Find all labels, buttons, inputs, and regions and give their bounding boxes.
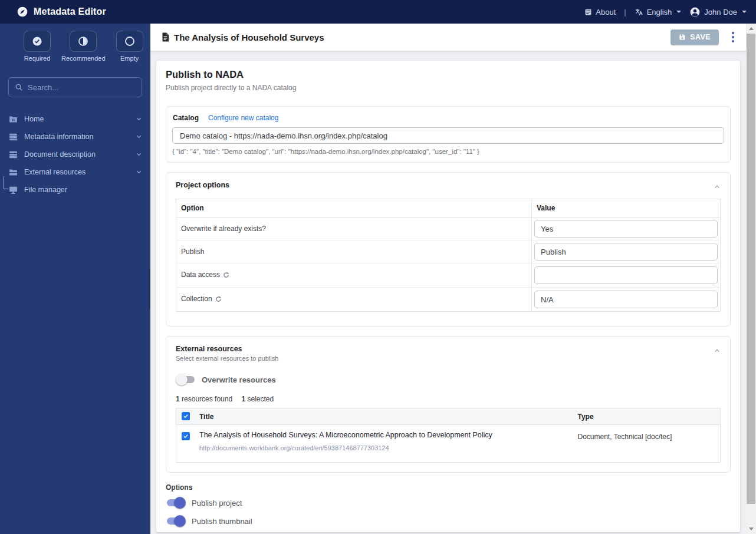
filter-recommended-button[interactable] xyxy=(70,31,97,52)
language-caret-icon xyxy=(676,11,681,13)
search-input[interactable] xyxy=(28,83,136,92)
overwrite-resources-label: Overwrite resources xyxy=(202,375,276,384)
monitor-icon xyxy=(8,185,18,195)
chevron-down-icon xyxy=(136,167,142,177)
topbar-separator: | xyxy=(624,8,626,17)
page-title: Publish to NADA xyxy=(166,69,731,80)
catalog-card: Catalog Configure new catalog { "id": "4… xyxy=(166,106,731,163)
user-label: John Doe xyxy=(704,8,737,17)
project-title: The Analysis of Household Surveys xyxy=(174,32,324,42)
sidebar-item-file-manager[interactable]: File manager xyxy=(0,181,150,199)
publish-project-toggle[interactable] xyxy=(166,497,186,509)
overwrite-exists-input[interactable] xyxy=(534,220,718,238)
chevron-down-icon xyxy=(136,114,142,124)
refresh-icon[interactable] xyxy=(215,296,222,304)
option-label: Collection xyxy=(176,288,532,312)
sidebar-item-home[interactable]: Home xyxy=(0,110,150,128)
table-row: Overwrite if already exists? xyxy=(176,217,721,240)
filter-required-label: Required xyxy=(24,55,51,62)
folder-grid-icon xyxy=(8,114,18,124)
document-icon xyxy=(161,32,170,42)
project-header: The Analysis of Household Surveys SAVE xyxy=(150,24,746,51)
configure-new-catalog-link[interactable]: Configure new catalog xyxy=(208,114,278,122)
collapse-chevron-up-icon[interactable] xyxy=(714,182,721,193)
sidebar-item-document-description[interactable]: Document description xyxy=(0,146,150,163)
completeness-filters: Required Recommended Empty xyxy=(0,24,150,62)
collapse-chevron-up-icon[interactable] xyxy=(714,346,721,357)
check-circle-icon xyxy=(31,35,43,47)
resources-table: Title Type The Analysis of Household Sur… xyxy=(176,408,721,463)
sidebar-item-label: Home xyxy=(24,115,44,123)
option-label: Publish xyxy=(176,240,532,263)
search-icon xyxy=(15,83,23,91)
about-menu[interactable]: About xyxy=(584,8,616,17)
catalog-select-input[interactable] xyxy=(172,127,724,144)
user-avatar-icon xyxy=(689,6,701,18)
save-button-label: SAVE xyxy=(690,33,711,41)
resource-title: The Analysis of Household Surveys: A Mic… xyxy=(199,431,568,439)
topbar: Metadata Editor About | English John Doe xyxy=(0,0,756,24)
tree-connector xyxy=(4,176,8,189)
content-area: Publish to NADA Publish project directly… xyxy=(150,51,746,534)
chevron-down-icon xyxy=(136,131,142,142)
sidebar-item-label: File manager xyxy=(24,186,67,194)
publish-panel: Publish to NADA Publish project directly… xyxy=(156,61,740,532)
storage-icon xyxy=(8,132,18,142)
sidebar-item-metadata-information[interactable]: Metadata information xyxy=(0,128,150,146)
publish-thumbnail-toggle[interactable] xyxy=(166,515,186,527)
catalog-label: Catalog xyxy=(173,114,199,122)
page-subtitle: Publish project directly to a NADA catal… xyxy=(166,84,731,92)
table-row: The Analysis of Household Surveys: A Mic… xyxy=(176,425,721,463)
scrollbar-thumb[interactable] xyxy=(747,34,755,504)
table-row: Publish xyxy=(176,240,721,263)
filter-recommended-label: Recommended xyxy=(61,55,106,62)
chevron-down-icon xyxy=(136,149,142,160)
type-column-header: Type xyxy=(573,408,721,425)
publish-project-label: Publish project xyxy=(192,499,242,507)
storage-icon xyxy=(8,150,18,160)
value-column-header: Value xyxy=(532,199,721,217)
external-resources-title: External resources xyxy=(176,345,721,353)
data-access-input[interactable] xyxy=(534,266,718,284)
filter-required-button[interactable] xyxy=(24,31,51,52)
publish-status-input[interactable] xyxy=(534,243,718,261)
user-caret-icon xyxy=(742,11,747,13)
overwrite-resources-toggle[interactable] xyxy=(176,374,196,385)
about-icon xyxy=(584,8,592,16)
app-brand: Metadata Editor xyxy=(17,6,106,18)
select-all-checkbox[interactable] xyxy=(182,412,190,420)
compass-logo-icon xyxy=(17,6,28,18)
scrollbar-down-arrow[interactable] xyxy=(746,524,756,534)
sidebar-search xyxy=(8,77,142,97)
table-row: Data access xyxy=(176,263,721,288)
scrollbar-up-arrow[interactable] xyxy=(746,24,756,34)
sidebar-item-label: Metadata information xyxy=(24,133,93,141)
option-label: Overwrite if already exists? xyxy=(176,217,532,240)
external-resources-subtitle: Select external resources to publish xyxy=(176,355,721,362)
publish-thumbnail-label: Publish thumbnail xyxy=(192,517,252,526)
more-options-button[interactable] xyxy=(728,29,738,45)
sidebar-item-label: Document description xyxy=(24,150,96,159)
sidebar-item-external-resources[interactable]: External resources xyxy=(0,163,150,181)
user-menu[interactable]: John Doe xyxy=(689,6,747,18)
project-options-title: Project options xyxy=(176,181,721,189)
half-circle-icon xyxy=(77,35,89,47)
vertical-scrollbar[interactable] xyxy=(746,24,756,534)
title-column-header: Title xyxy=(195,408,573,425)
save-icon xyxy=(679,34,686,41)
resource-checkbox[interactable] xyxy=(182,432,190,440)
language-menu[interactable]: English xyxy=(635,8,682,17)
save-button[interactable]: SAVE xyxy=(670,29,719,45)
project-options-table: Option Value Overwrite if already exists… xyxy=(176,199,721,312)
refresh-icon[interactable] xyxy=(223,272,229,280)
catalog-json-preview: { "id": "4", "title": "Demo catalog", "u… xyxy=(172,148,724,155)
translate-icon xyxy=(635,8,643,17)
filter-empty-button[interactable] xyxy=(116,31,143,52)
options-label: Options xyxy=(166,483,731,492)
collection-input[interactable] xyxy=(534,291,718,308)
sidebar-nav: Home Metadata information Document descr… xyxy=(0,110,150,199)
filter-empty-label: Empty xyxy=(120,55,139,62)
sidebar-scrollbar-thumb[interactable] xyxy=(149,268,150,309)
sidebar: Required Recommended Empty xyxy=(0,24,150,534)
external-resources-card: External resources Select external resou… xyxy=(166,336,731,473)
